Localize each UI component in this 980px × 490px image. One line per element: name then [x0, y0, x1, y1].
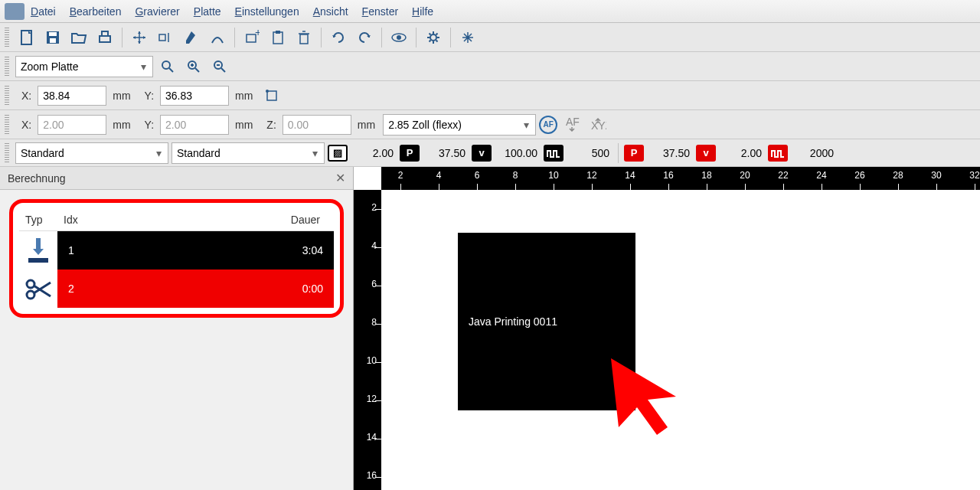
x2-unit: mm — [113, 119, 130, 131]
y2-input[interactable]: 2.00 — [160, 115, 229, 135]
toolbar-grip[interactable] — [5, 28, 9, 47]
svg-rect-3 — [50, 38, 56, 43]
z-label: Z: — [266, 119, 276, 131]
ruler-tick: 16 — [354, 458, 381, 490]
zoom-in-icon[interactable] — [182, 55, 205, 78]
ruler-tick: 30 — [917, 167, 956, 190]
zoom-out-icon[interactable] — [208, 55, 231, 78]
table-row[interactable]: 2 0:00 — [19, 270, 334, 308]
table-row[interactable]: 1 3:04 — [19, 231, 334, 270]
zoom-toolbar: Zoom Platte ▾ — [0, 52, 980, 81]
chevron-down-icon: ▾ — [152, 147, 165, 159]
origin-icon[interactable] — [260, 84, 283, 107]
coords-toolbar-2: X: 2.00 mm Y: 2.00 mm Z: 0.00 mm 2.85 Zo… — [0, 110, 980, 139]
row-idx: 1 — [68, 244, 99, 256]
svg-point-23 — [27, 280, 34, 288]
menu-gravierer[interactable]: Gravierer — [135, 5, 179, 18]
move-icon[interactable] — [128, 26, 151, 49]
delete-icon[interactable] — [292, 26, 315, 49]
ruler-tick: 8 — [354, 305, 381, 343]
hatch-icon[interactable]: ▨ — [328, 145, 348, 162]
eye-icon[interactable] — [387, 26, 410, 49]
ruler-tick: 10 — [534, 167, 573, 190]
separator — [122, 28, 122, 47]
layer-combo-1[interactable]: Standard ▾ — [15, 142, 168, 164]
svg-point-14 — [430, 34, 436, 41]
open-icon[interactable] — [67, 26, 90, 49]
layer-combo-2[interactable]: Standard ▾ — [172, 142, 325, 164]
col-dauer: Dauer — [109, 214, 328, 226]
layer-add-icon[interactable]: + — [240, 26, 263, 49]
main-toolbar: + — [0, 23, 980, 52]
col-typ: Typ — [25, 214, 64, 226]
pen-icon[interactable] — [180, 26, 203, 49]
rotate-left-icon[interactable] — [327, 26, 350, 49]
autofocus-icon[interactable]: AF — [539, 116, 557, 134]
chevron-down-icon: ▾ — [309, 147, 321, 159]
toolbar-grip[interactable] — [5, 57, 9, 77]
xyz-icon[interactable]: XYZ — [586, 113, 609, 136]
x2-label: X: — [21, 119, 31, 131]
param-val[interactable]: 100.00 — [495, 147, 541, 159]
menu-fenster[interactable]: Fenster — [362, 5, 398, 18]
ruler-tick: 26 — [841, 167, 879, 190]
paste-icon[interactable] — [266, 26, 289, 49]
laser-icon[interactable] — [456, 26, 479, 49]
y-input[interactable]: 36.83 — [160, 86, 229, 106]
calculation-panel: Berechnung ✕ Typ Idx Dauer 1 3:04 — [0, 167, 354, 490]
af-down-icon[interactable]: AF — [560, 113, 583, 136]
svg-point-19 — [266, 90, 269, 93]
svg-point-15 — [162, 61, 170, 69]
zoom-combo[interactable]: Zoom Platte ▾ — [15, 56, 153, 77]
curve-icon[interactable] — [206, 26, 229, 49]
ruler-tick: 28 — [879, 167, 917, 190]
params-toolbar: Standard ▾ Standard ▾ ▨ 2.00 P 37.50 v 1… — [0, 139, 980, 167]
param-val[interactable]: 500 — [567, 147, 612, 159]
menu-ansicht[interactable]: Ansicht — [313, 5, 348, 18]
rotate-right-icon[interactable] — [353, 26, 376, 49]
material-combo[interactable]: 2.85 Zoll (flexx) ▾ — [383, 114, 536, 136]
ruler-tick: 6 — [354, 266, 381, 305]
menu-datei[interactable]: Datei — [31, 5, 56, 18]
save-icon[interactable] — [41, 26, 64, 49]
svg-rect-18 — [267, 91, 276, 100]
gear-icon[interactable] — [422, 26, 445, 49]
separator — [450, 28, 451, 47]
menu-platte[interactable]: Platte — [194, 5, 221, 18]
z-unit: mm — [358, 119, 375, 131]
ruler-vertical: 246810121416 — [354, 190, 381, 490]
param-val[interactable]: 37.50 — [423, 147, 469, 159]
x2-input[interactable]: 2.00 — [38, 115, 106, 135]
z-input[interactable]: 0.00 — [283, 115, 351, 135]
align-icon[interactable] — [154, 26, 177, 49]
x-input[interactable]: 38.84 — [38, 86, 106, 106]
coords-toolbar-1: X: 38.84 mm Y: 36.83 mm — [0, 81, 980, 110]
param-val[interactable]: 37.50 — [647, 147, 693, 159]
param-val[interactable]: 2.00 — [351, 147, 397, 159]
panel-title-text: Berechnung — [8, 172, 66, 185]
param-val[interactable]: 2000 — [791, 147, 837, 159]
svg-rect-6 — [159, 34, 165, 41]
toolbar-grip[interactable] — [5, 86, 9, 106]
zoom-tool-icon[interactable] — [156, 55, 179, 78]
svg-rect-22 — [28, 258, 48, 263]
menu-hilfe[interactable]: Hilfe — [412, 5, 433, 18]
menu-bearbeiten[interactable]: Bearbeiten — [70, 5, 122, 18]
calculation-table: Typ Idx Dauer 1 3:04 2 0:00 — [9, 199, 344, 318]
ruler-tick: 12 — [573, 167, 611, 190]
close-icon[interactable]: ✕ — [335, 171, 345, 185]
separator — [618, 143, 619, 163]
row-duration: 0:00 — [99, 283, 323, 295]
param-val[interactable]: 2.00 — [719, 147, 765, 159]
print-icon[interactable] — [93, 26, 116, 49]
ruler-tick: 18 — [688, 167, 726, 190]
new-icon[interactable] — [15, 26, 38, 49]
ruler-tick: 32 — [956, 167, 980, 190]
menu-einstellungen[interactable]: Einstellungen — [235, 5, 299, 18]
separator — [321, 28, 322, 47]
svg-rect-9 — [273, 32, 283, 44]
svg-rect-10 — [276, 31, 280, 34]
canvas[interactable]: Java Printing 0011 — [381, 190, 980, 490]
toolbar-grip[interactable] — [5, 143, 9, 163]
toolbar-grip[interactable] — [5, 115, 9, 135]
